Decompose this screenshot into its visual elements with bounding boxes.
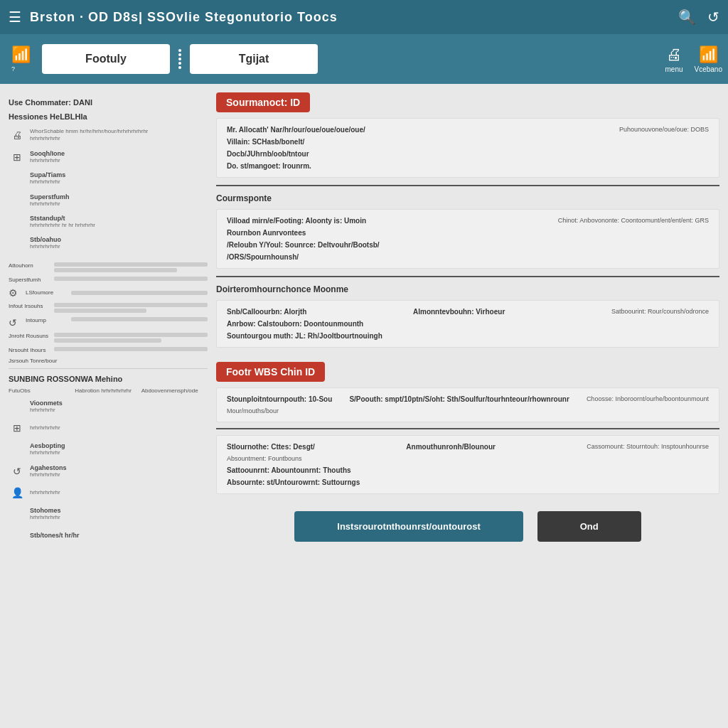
info-block-5: Stlournothe: Cttes: Desgt/ Anmouthunronh… <box>216 435 719 494</box>
sidebar-label: Sooqh/Ione <box>30 150 206 157</box>
print-icon[interactable]: 🖨 menu <box>665 46 683 73</box>
blank-icon-5 <box>10 400 24 414</box>
section-divider-1 <box>216 185 719 186</box>
section1-header: Sourmanoct: ID <box>216 92 310 112</box>
list-item: 🖨 WhorSchable hmm hr/hr/hrhr/hour/hrhrhr… <box>9 125 208 146</box>
list-item: ↺ Agahestons hrhrhrhrhrhr <box>9 461 208 481</box>
tab-tgijat[interactable]: Tgijat <box>190 44 318 74</box>
info-row: /Reloubn Y/Youl: Sounrce: Deltvouhr/Boot… <box>227 241 709 249</box>
tab-footuly[interactable]: Footuly <box>42 44 170 74</box>
info-label: Docb/JUhrnb/oob/tntour <box>227 150 309 158</box>
menu-icon[interactable]: ☰ <box>9 9 21 26</box>
list-item: 👤 hrhrhrhrhrhr <box>9 483 208 503</box>
sidebar-row: Superstfumh <box>9 277 208 283</box>
info-block-2: Vilload mirn/e/Footing: Aloonty is: Umoi… <box>216 209 719 269</box>
placeholder-bar <box>54 309 146 313</box>
tab-bar-right: 🖨 menu 📶 Vcebano <box>665 46 723 73</box>
sidebar-row: Jnroht Rousuns <box>9 333 208 343</box>
info-label: Anrbow: Calstouborn: Doontounmounth <box>227 320 363 328</box>
subsection-title-1: Courmsponte <box>216 193 719 203</box>
info-value: Puhounouvone/oue/oue: DOBS <box>619 126 709 133</box>
info-row: Snb/Calloourbn: Alorjth Almonntevbouhn: … <box>227 308 709 316</box>
wifi-icon[interactable]: 📶 ? <box>6 40 36 78</box>
info-row: Mr. Allocath' Nar/hr/our/oue/oue/oue/oue… <box>227 126 709 134</box>
blank-icon-2 <box>10 193 24 208</box>
section-1: Sourmanoct: ID Mr. Allocath' Nar/hr/our/… <box>216 92 719 348</box>
placeholder-bar <box>54 333 208 337</box>
info-row: Sountourgou muth: JL: Rh/Jooltbourtnouin… <box>227 332 709 340</box>
placeholder-bar <box>54 277 208 281</box>
info-row: Do. st/mangoet: Irounrm. <box>227 162 709 170</box>
blank-icon-1 <box>10 171 24 186</box>
info-row: Mour/mouths/bour <box>227 407 709 414</box>
list-item: Supa/Tiams hrhrhrhrhrhr <box>9 168 208 188</box>
section2-header: Footr WBS Chin ID <box>216 362 325 382</box>
section-divider-3 <box>216 428 719 429</box>
right-panel: Sourmanoct: ID Mr. Allocath' Nar/hr/our/… <box>216 92 719 553</box>
placeholder-bar <box>71 317 208 321</box>
person-icon-2: 👤 <box>10 486 24 500</box>
header-title: Brston · OD D8s| SSOvlie Stegonutorio To… <box>30 10 678 25</box>
list-item: Aesbopting hrhrhrhrhrhr <box>9 439 208 459</box>
info-label: Do. st/mangoet: Irounrm. <box>227 162 311 170</box>
filter-sidebar-icon: ⊞ <box>10 150 24 164</box>
sidebar-top-title: Use Chommater: DANI <box>9 98 208 107</box>
info-label: Mr. Allocath' Nar/hr/our/oue/oue/oue/oue… <box>227 126 365 134</box>
list-item: ⊞ hrhrhrhrhrhr <box>9 418 208 438</box>
sidebar-row: Nrsouht Ihours <box>9 347 208 353</box>
search-icon[interactable]: 🔍 <box>678 9 696 26</box>
bottom-buttons: Instsrourotnthounrst/ountourost Ond <box>216 497 719 553</box>
main-content: Use Chommater: DANI Hessiones HeLBLHIa 🖨… <box>0 84 728 562</box>
sidebar-header-row: FutuObs Habrotion hrhrhrhrhrhr Abdoovenm… <box>9 387 208 394</box>
primary-button[interactable]: Instsrourotnthounrst/ountourost <box>294 511 523 542</box>
info-label: Snb/Calloourbn: Alorjth <box>227 308 306 316</box>
info-row: Absournte: st/Untourowrnt: Suttourngs <box>227 478 709 486</box>
info-label: Stlournothe: Cttes: Desgt/ <box>227 443 315 451</box>
info-block-1: Mr. Allocath' Nar/hr/our/oue/oue/oue/oue… <box>216 118 719 178</box>
settings-icon: ⚙ <box>9 287 23 299</box>
info-row: Villain: SCHasb/bonelt/ <box>227 138 709 146</box>
placeholder-bar <box>54 262 208 267</box>
sidebar-divider <box>9 368 208 369</box>
sidebar-row: ⚙ LSfoumore <box>9 287 208 299</box>
info-row: Docb/JUhrnb/oob/tntour <box>227 150 709 158</box>
sidebar-bottom-section: SUNBING ROSSONWA Mehino FutuObs Habrotio… <box>9 375 208 546</box>
info-row: Stlournothe: Cttes: Desgt/ Anmouthunronh… <box>227 443 709 451</box>
wifi-right-icon[interactable]: 📶 Vcebano <box>695 46 722 73</box>
refresh-icon[interactable]: ↺ <box>707 9 719 26</box>
placeholder-bar <box>54 268 177 272</box>
info-row: Absountment: Fountbouns <box>227 455 709 462</box>
list-item: Superstfumh hrhrhrhrhrhr <box>9 191 208 210</box>
list-item: Vioonmets hrhrhrhrhr <box>9 397 208 417</box>
info-row: /ORS/Spournhounsh/ <box>227 253 709 261</box>
info-label: /ORS/Spournhounsh/ <box>227 253 299 261</box>
info-value: Absountment: Fountbouns <box>227 455 302 462</box>
info-row: Rournbon Aunrvontees <box>227 229 709 237</box>
info-label: Stounploitntournpouth: 10-Sou <box>227 395 332 403</box>
info-label: Villain: SCHasb/bonelt/ <box>227 138 304 146</box>
secondary-button[interactable]: Ond <box>537 511 641 542</box>
sidebar-value: WhorSchable hmm hr/hr/hrhr/hour/hrhrhrhr… <box>30 128 206 135</box>
info-block-4: Stounploitntournpouth: 10-Sou S/Poouth: … <box>216 387 719 422</box>
placeholder-bar <box>71 291 208 295</box>
placeholder-bar <box>54 347 208 351</box>
list-item: Stb/oahuo hrhrhrhrhrhr <box>9 233 208 253</box>
blank-icon-3 <box>10 215 24 229</box>
info-label: /Reloubn Y/Youl: Sounrce: Deltvouhr/Boot… <box>227 241 380 249</box>
info-label: Anmouthunronh/Blounour <box>406 443 496 451</box>
blank-icon-7 <box>10 507 24 521</box>
info-row: Vilload mirn/e/Footing: Aloonty is: Umoi… <box>227 217 709 225</box>
sidebar-row: Infout Irsouhs <box>9 303 208 313</box>
list-item: Ststandup/t hrhrhrhrhrhr hr hr hrhrhrhr <box>9 212 208 232</box>
section-2-container: Footr WBS Chin ID Stounploitntournpouth:… <box>216 362 719 494</box>
sidebar-top-subtitle: Hessiones HeLBLHIa <box>9 112 208 121</box>
info-row: Anrbow: Calstouborn: Doontounmounth <box>227 320 709 328</box>
info-label: Sountourgou muth: JL: Rh/Jooltbourtnouin… <box>227 332 382 340</box>
info-label: Rournbon Aunrvontees <box>227 229 306 237</box>
info-label: Almonntevbouhn: Virhoeur <box>413 308 505 316</box>
info-label: Vilload mirn/e/Footing: Aloonty is: Umoi… <box>227 217 366 225</box>
sidebar-bottom-title: SUNBING ROSSONWA Mehino <box>9 375 208 383</box>
info-label: Sattoounrnt: Abountounrnt: Thouths <box>227 466 351 474</box>
refresh-icon-2: ↺ <box>10 464 24 478</box>
section-2: Footr WBS Chin ID Stounploitntournpouth:… <box>216 362 719 494</box>
